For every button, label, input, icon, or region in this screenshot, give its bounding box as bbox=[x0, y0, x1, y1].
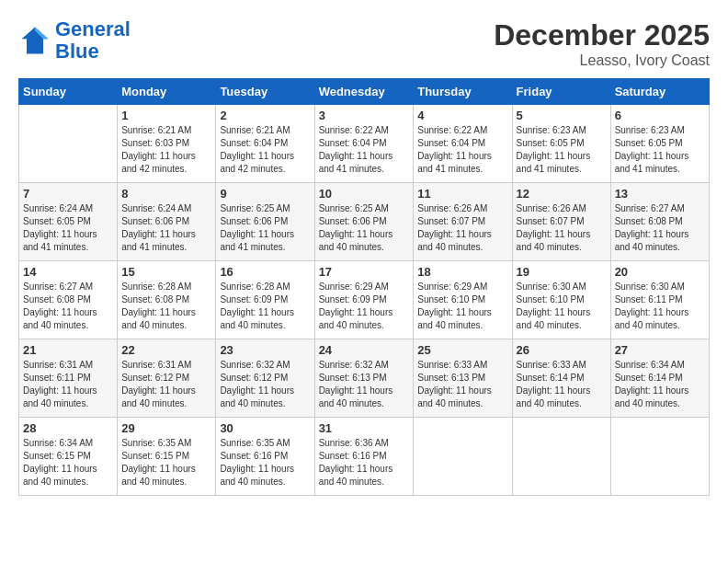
calendar-cell: 23Sunrise: 6:32 AMSunset: 6:12 PMDayligh… bbox=[216, 339, 314, 418]
day-info: Sunrise: 6:29 AMSunset: 6:09 PMDaylight:… bbox=[319, 281, 410, 332]
day-number: 13 bbox=[615, 187, 705, 201]
day-info: Sunrise: 6:32 AMSunset: 6:13 PMDaylight:… bbox=[319, 359, 410, 410]
day-number: 28 bbox=[23, 421, 113, 435]
day-info: Sunrise: 6:34 AMSunset: 6:15 PMDaylight:… bbox=[23, 437, 113, 488]
calendar-week-3: 14Sunrise: 6:27 AMSunset: 6:08 PMDayligh… bbox=[19, 261, 710, 339]
calendar-week-4: 21Sunrise: 6:31 AMSunset: 6:11 PMDayligh… bbox=[19, 339, 710, 418]
day-info: Sunrise: 6:22 AMSunset: 6:04 PMDaylight:… bbox=[417, 124, 507, 176]
calendar-cell bbox=[19, 105, 118, 183]
day-info: Sunrise: 6:29 AMSunset: 6:10 PMDaylight:… bbox=[417, 281, 507, 332]
day-info: Sunrise: 6:26 AMSunset: 6:07 PMDaylight:… bbox=[517, 202, 607, 254]
day-number: 15 bbox=[121, 265, 211, 279]
day-number: 20 bbox=[615, 265, 705, 279]
day-number: 1 bbox=[121, 109, 211, 122]
header-monday: Monday bbox=[118, 79, 216, 105]
logo-icon bbox=[18, 24, 51, 57]
header-saturday: Saturday bbox=[610, 79, 709, 105]
day-info: Sunrise: 6:25 AMSunset: 6:06 PMDaylight:… bbox=[220, 202, 310, 254]
day-number: 21 bbox=[23, 343, 113, 357]
day-number: 7 bbox=[23, 187, 113, 201]
day-info: Sunrise: 6:27 AMSunset: 6:08 PMDaylight:… bbox=[23, 281, 113, 332]
calendar-cell: 5Sunrise: 6:23 AMSunset: 6:05 PMDaylight… bbox=[512, 105, 610, 183]
day-number: 23 bbox=[220, 343, 310, 357]
day-number: 24 bbox=[319, 343, 410, 357]
header-sunday: Sunday bbox=[19, 79, 118, 105]
day-number: 12 bbox=[517, 187, 607, 201]
calendar-cell: 17Sunrise: 6:29 AMSunset: 6:09 PMDayligh… bbox=[314, 261, 414, 339]
header-wednesday: Wednesday bbox=[314, 79, 414, 105]
calendar-week-1: 1Sunrise: 6:21 AMSunset: 6:03 PMDaylight… bbox=[19, 105, 710, 183]
calendar-header-row: SundayMondayTuesdayWednesdayThursdayFrid… bbox=[19, 79, 710, 105]
day-info: Sunrise: 6:22 AMSunset: 6:04 PMDaylight:… bbox=[319, 124, 410, 176]
subtitle: Leasso, Ivory Coast bbox=[494, 52, 710, 69]
day-info: Sunrise: 6:35 AMSunset: 6:15 PMDaylight:… bbox=[121, 437, 211, 488]
day-info: Sunrise: 6:28 AMSunset: 6:09 PMDaylight:… bbox=[220, 281, 310, 332]
day-info: Sunrise: 6:23 AMSunset: 6:05 PMDaylight:… bbox=[615, 124, 705, 176]
day-info: Sunrise: 6:23 AMSunset: 6:05 PMDaylight:… bbox=[517, 124, 607, 176]
day-number: 5 bbox=[517, 109, 607, 122]
calendar-cell: 30Sunrise: 6:35 AMSunset: 6:16 PMDayligh… bbox=[216, 418, 314, 496]
day-info: Sunrise: 6:36 AMSunset: 6:16 PMDaylight:… bbox=[319, 437, 410, 488]
calendar-week-2: 7Sunrise: 6:24 AMSunset: 6:05 PMDaylight… bbox=[19, 183, 710, 261]
day-number: 31 bbox=[319, 421, 410, 435]
day-number: 22 bbox=[121, 343, 211, 357]
calendar-cell: 31Sunrise: 6:36 AMSunset: 6:16 PMDayligh… bbox=[314, 418, 414, 496]
day-info: Sunrise: 6:34 AMSunset: 6:14 PMDaylight:… bbox=[615, 359, 705, 410]
day-info: Sunrise: 6:21 AMSunset: 6:03 PMDaylight:… bbox=[121, 124, 211, 176]
day-number: 16 bbox=[220, 265, 310, 279]
calendar-cell: 12Sunrise: 6:26 AMSunset: 6:07 PMDayligh… bbox=[512, 183, 610, 261]
header-tuesday: Tuesday bbox=[216, 79, 314, 105]
calendar-cell: 18Sunrise: 6:29 AMSunset: 6:10 PMDayligh… bbox=[414, 261, 512, 339]
day-number: 25 bbox=[417, 343, 507, 357]
day-number: 4 bbox=[417, 109, 507, 122]
calendar-cell: 21Sunrise: 6:31 AMSunset: 6:11 PMDayligh… bbox=[19, 339, 118, 418]
day-info: Sunrise: 6:33 AMSunset: 6:14 PMDaylight:… bbox=[517, 359, 607, 410]
day-info: Sunrise: 6:31 AMSunset: 6:11 PMDaylight:… bbox=[23, 359, 113, 410]
day-info: Sunrise: 6:35 AMSunset: 6:16 PMDaylight:… bbox=[220, 437, 310, 488]
svg-marker-0 bbox=[22, 28, 49, 54]
day-info: Sunrise: 6:28 AMSunset: 6:08 PMDaylight:… bbox=[121, 281, 211, 332]
calendar-cell: 2Sunrise: 6:21 AMSunset: 6:04 PMDaylight… bbox=[216, 105, 314, 183]
day-number: 18 bbox=[417, 265, 507, 279]
day-number: 29 bbox=[121, 421, 211, 435]
calendar-cell: 6Sunrise: 6:23 AMSunset: 6:05 PMDaylight… bbox=[610, 105, 709, 183]
calendar-cell bbox=[512, 418, 610, 496]
day-number: 6 bbox=[615, 109, 705, 122]
day-number: 14 bbox=[23, 265, 113, 279]
page-header: General Blue December 2025 Leasso, Ivory… bbox=[18, 18, 710, 69]
calendar-cell: 1Sunrise: 6:21 AMSunset: 6:03 PMDaylight… bbox=[118, 105, 216, 183]
calendar-cell bbox=[610, 418, 709, 496]
month-title: December 2025 bbox=[494, 18, 710, 52]
calendar-cell: 14Sunrise: 6:27 AMSunset: 6:08 PMDayligh… bbox=[19, 261, 118, 339]
day-info: Sunrise: 6:30 AMSunset: 6:11 PMDaylight:… bbox=[615, 281, 705, 332]
calendar-cell: 24Sunrise: 6:32 AMSunset: 6:13 PMDayligh… bbox=[314, 339, 414, 418]
calendar-cell: 28Sunrise: 6:34 AMSunset: 6:15 PMDayligh… bbox=[19, 418, 118, 496]
day-number: 19 bbox=[517, 265, 607, 279]
calendar-cell: 26Sunrise: 6:33 AMSunset: 6:14 PMDayligh… bbox=[512, 339, 610, 418]
calendar-cell: 13Sunrise: 6:27 AMSunset: 6:08 PMDayligh… bbox=[610, 183, 709, 261]
day-info: Sunrise: 6:30 AMSunset: 6:10 PMDaylight:… bbox=[517, 281, 607, 332]
calendar-cell: 10Sunrise: 6:25 AMSunset: 6:06 PMDayligh… bbox=[314, 183, 414, 261]
day-info: Sunrise: 6:31 AMSunset: 6:12 PMDaylight:… bbox=[121, 359, 211, 410]
day-number: 3 bbox=[319, 109, 410, 122]
calendar-cell: 22Sunrise: 6:31 AMSunset: 6:12 PMDayligh… bbox=[118, 339, 216, 418]
calendar-cell: 29Sunrise: 6:35 AMSunset: 6:15 PMDayligh… bbox=[118, 418, 216, 496]
day-info: Sunrise: 6:27 AMSunset: 6:08 PMDaylight:… bbox=[615, 202, 705, 254]
day-info: Sunrise: 6:24 AMSunset: 6:06 PMDaylight:… bbox=[121, 202, 211, 254]
calendar-cell: 27Sunrise: 6:34 AMSunset: 6:14 PMDayligh… bbox=[610, 339, 709, 418]
calendar-cell: 3Sunrise: 6:22 AMSunset: 6:04 PMDaylight… bbox=[314, 105, 414, 183]
logo: General Blue bbox=[18, 18, 131, 63]
day-info: Sunrise: 6:25 AMSunset: 6:06 PMDaylight:… bbox=[319, 202, 410, 254]
calendar-cell: 15Sunrise: 6:28 AMSunset: 6:08 PMDayligh… bbox=[118, 261, 216, 339]
day-info: Sunrise: 6:24 AMSunset: 6:05 PMDaylight:… bbox=[23, 202, 113, 254]
day-info: Sunrise: 6:32 AMSunset: 6:12 PMDaylight:… bbox=[220, 359, 310, 410]
day-info: Sunrise: 6:21 AMSunset: 6:04 PMDaylight:… bbox=[220, 124, 310, 176]
calendar-table: SundayMondayTuesdayWednesdayThursdayFrid… bbox=[18, 78, 710, 496]
calendar-cell: 8Sunrise: 6:24 AMSunset: 6:06 PMDaylight… bbox=[118, 183, 216, 261]
calendar-cell: 11Sunrise: 6:26 AMSunset: 6:07 PMDayligh… bbox=[414, 183, 512, 261]
calendar-cell: 7Sunrise: 6:24 AMSunset: 6:05 PMDaylight… bbox=[19, 183, 118, 261]
day-number: 11 bbox=[417, 187, 507, 201]
day-number: 2 bbox=[220, 109, 310, 122]
calendar-cell: 25Sunrise: 6:33 AMSunset: 6:13 PMDayligh… bbox=[414, 339, 512, 418]
calendar-cell: 19Sunrise: 6:30 AMSunset: 6:10 PMDayligh… bbox=[512, 261, 610, 339]
